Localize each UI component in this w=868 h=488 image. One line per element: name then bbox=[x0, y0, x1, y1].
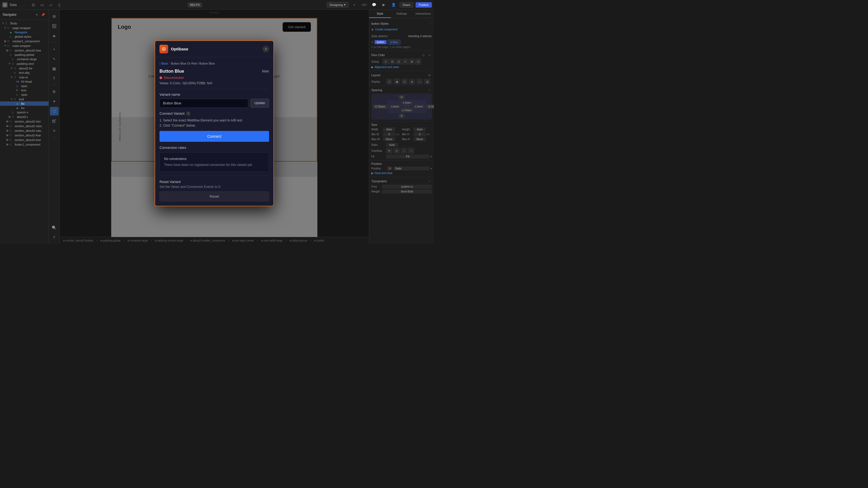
display-block-btn[interactable]: ▣ bbox=[394, 78, 400, 85]
display-flex-btn[interactable]: ⊡ bbox=[401, 78, 408, 85]
layout-expand-icon[interactable]: ⊞ bbox=[427, 73, 432, 77]
tree-item-global-styles-2[interactable]: □ global-styles bbox=[0, 34, 49, 39]
mode-toggle[interactable]: Designing ▾ bbox=[327, 2, 348, 8]
tree-item-page-wrapper[interactable]: ▾ □ page-wrapper bbox=[0, 26, 49, 30]
ratio-val[interactable]: Auto bbox=[386, 143, 398, 147]
tree-item-section-visio[interactable]: ▶ □ section_about2-visio bbox=[0, 124, 49, 128]
tree-item-bu2[interactable]: ◈ bu bbox=[0, 106, 49, 110]
breadcrumb-max-width-large[interactable]: max-width-large bbox=[259, 238, 284, 242]
info-icon[interactable]: i bbox=[186, 111, 190, 116]
plugin-icon[interactable]: ⬡ bbox=[50, 107, 59, 116]
display-inline-btn[interactable]: — bbox=[416, 78, 423, 85]
overflow-visible-btn[interactable]: 👁 bbox=[386, 148, 393, 154]
tree-item-max-w[interactable]: ▾ □ max-w bbox=[0, 75, 49, 79]
modal-close-button[interactable]: × bbox=[262, 46, 269, 52]
min-w-val[interactable]: 0 bbox=[383, 132, 395, 136]
more-options[interactable]: ... bbox=[21, 3, 25, 7]
spacing-expand-icon[interactable]: + bbox=[427, 88, 432, 93]
tree-item-spac2[interactable]: □ spac bbox=[0, 93, 49, 97]
connect-button[interactable]: Connect bbox=[159, 131, 269, 142]
cursor-icon[interactable]: ↖ bbox=[50, 55, 59, 63]
tree-item-padding-sect[interactable]: ▾ □ padding-sect bbox=[0, 61, 49, 66]
sizing-btn-2[interactable]: ⊞ bbox=[389, 59, 395, 65]
update-button[interactable]: Update bbox=[250, 99, 269, 108]
variant-name-input[interactable] bbox=[159, 99, 248, 108]
checkmark-icon[interactable]: ✓ bbox=[351, 1, 358, 9]
breadcrumb-padding-global[interactable]: padding-global bbox=[99, 238, 122, 242]
max-w-val[interactable]: None bbox=[383, 137, 395, 141]
breadcrumb-button[interactable]: button bbox=[313, 238, 326, 242]
overflow-scroll-btn[interactable]: ↕ bbox=[408, 148, 414, 154]
reset-icon[interactable]: ↺ bbox=[371, 41, 373, 44]
fit-val[interactable]: Fill bbox=[386, 155, 429, 159]
pad-right-val[interactable]: 1.5rem bbox=[413, 105, 424, 108]
code-icon[interactable]: </> bbox=[361, 1, 368, 9]
display-none-btn[interactable]: ∅ bbox=[386, 78, 393, 85]
pin-icon[interactable]: 📌 bbox=[40, 12, 46, 18]
sizing-btn-3[interactable]: ⊟ bbox=[396, 59, 402, 65]
breadcrumb-text-align-center[interactable]: text-align-center bbox=[231, 238, 255, 242]
cms-icon[interactable]: ≡ bbox=[50, 126, 59, 135]
tree-item-bu1[interactable]: ◈ bu bbox=[0, 101, 49, 106]
breadcrumb-container-large[interactable]: container-large bbox=[126, 238, 150, 242]
tree-item-section-test[interactable]: ▶ □ section_about2-test bbox=[0, 137, 49, 142]
badge-is-blue[interactable]: is-blue bbox=[388, 40, 400, 44]
user-icon[interactable]: 👤 bbox=[390, 1, 397, 9]
assets-icon[interactable]: ⬛ bbox=[50, 22, 59, 30]
create-component-link[interactable]: Create component bbox=[375, 28, 397, 31]
tree-item-container-large[interactable]: □ container-large bbox=[0, 57, 49, 61]
breadcrumb-about2-header-component[interactable]: about2-header_component bbox=[189, 238, 226, 242]
tree-item-section-valu[interactable]: ▶ □ section_about2-valu bbox=[0, 128, 49, 133]
type-icon[interactable]: T bbox=[50, 74, 59, 83]
search-icon[interactable]: 🔍 bbox=[50, 223, 59, 232]
overflow-scroll-x-btn[interactable]: ↔ bbox=[401, 148, 407, 154]
spacing-right-val[interactable]: 0.75rem bbox=[426, 105, 434, 109]
tree-item-padding-global[interactable]: □ padding-global bbox=[0, 53, 49, 57]
tablet-icon[interactable]: ▱ bbox=[47, 1, 55, 9]
tree-item-about2-he[interactable]: ▾ □ about2-he bbox=[0, 66, 49, 70]
close-section-icon[interactable]: ✕ bbox=[427, 53, 432, 58]
tree-item-about2-r[interactable]: ▶ □ about2-r bbox=[0, 115, 49, 119]
spacing-left-val[interactable]: 0.75rem bbox=[373, 105, 388, 109]
help-icon[interactable]: ? bbox=[50, 233, 59, 242]
collapse-icon[interactable]: − bbox=[430, 22, 432, 25]
float-clear-row[interactable]: ▶ Float and clear bbox=[371, 172, 432, 174]
add-icon[interactable]: + bbox=[50, 45, 59, 54]
sizing-btn-1[interactable]: ⊡ bbox=[383, 59, 389, 65]
badge-button[interactable]: button bbox=[375, 40, 386, 44]
max-h-val[interactable]: None bbox=[414, 137, 426, 141]
tree-item-body[interactable]: ▾ □ Body bbox=[0, 21, 49, 26]
width-val[interactable]: Auto bbox=[383, 127, 395, 131]
spacing-bottom-val[interactable]: 0 bbox=[399, 114, 405, 118]
tab-style[interactable]: Style bbox=[369, 10, 391, 18]
pad-bottom-val[interactable]: 0.75rem bbox=[401, 109, 413, 112]
desktop-icon[interactable]: ▭ bbox=[38, 1, 46, 9]
overflow-hide-btn[interactable]: ⊡ bbox=[393, 148, 400, 154]
back-link[interactable]: ‹ Back bbox=[159, 62, 168, 65]
position-type-val[interactable]: Static bbox=[393, 166, 429, 170]
typography-expand-icon[interactable]: + bbox=[427, 178, 432, 184]
layout-icon[interactable]: ▦ bbox=[50, 64, 59, 73]
settings-icon[interactable]: ⚙ bbox=[50, 87, 59, 96]
height-val[interactable]: Auto bbox=[414, 127, 426, 131]
breadcrumb-button-group[interactable]: button-group bbox=[288, 238, 309, 242]
sizing-btn-x[interactable]: ✕ bbox=[402, 59, 408, 65]
chat-icon[interactable]: 💬 bbox=[370, 1, 378, 9]
sizing-btn-4[interactable]: ⊠ bbox=[409, 59, 415, 65]
close-icon[interactable]: ✕ bbox=[34, 12, 39, 18]
play-icon[interactable]: ▶ bbox=[380, 1, 388, 9]
layers-icon[interactable]: ⊞ bbox=[50, 12, 59, 21]
reset-button[interactable]: Reset bbox=[159, 191, 269, 201]
font-val[interactable]: system-ui bbox=[382, 185, 432, 189]
tree-item-section-stor[interactable]: ▶ □ section_about2-stor bbox=[0, 119, 49, 124]
min-h-val[interactable]: 0 bbox=[414, 132, 426, 136]
alignment-order-row[interactable]: ▶ Alignment and order bbox=[371, 66, 432, 69]
display-grid-btn[interactable]: ⊞ bbox=[409, 78, 415, 85]
tree-item-navbar[interactable]: ▶ □ navbar1_component bbox=[0, 39, 49, 43]
breadcrumb-section-about2-header[interactable]: section_about2-header bbox=[62, 238, 95, 242]
webflow-logo[interactable] bbox=[2, 2, 8, 8]
tree-item-section-fear[interactable]: ▶ □ section_about2-fear bbox=[0, 133, 49, 137]
ecommerce-icon[interactable]: 🛒 bbox=[50, 117, 59, 125]
components-icon[interactable]: ◈ bbox=[50, 31, 59, 40]
sizing-btn-5[interactable]: ⊡ bbox=[415, 59, 421, 65]
